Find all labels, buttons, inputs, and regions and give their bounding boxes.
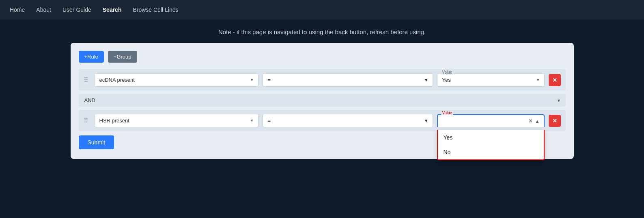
nav-home[interactable]: Home [10,7,25,13]
drag-handle-2[interactable]: ⠿ [84,117,88,124]
main-nav: Home About User Guide Search Browse Cell… [0,0,644,20]
nav-about[interactable]: About [36,7,51,13]
field-select-2[interactable]: HSR present ▾ [94,114,258,127]
dropdown-option-yes[interactable]: Yes [438,130,544,145]
collapse-dropdown-icon-2[interactable]: ▲ [535,119,540,124]
query-toolbar: +Rule +Group [79,51,566,63]
note-bar: Note - if this page is navigated to usin… [0,20,644,43]
operator-chevron-1: ▾ [425,77,428,83]
field-value-2: HSR present [99,118,129,124]
value-chevron-1: ▾ [537,77,539,83]
value-input-inner-2: ✕ ▲ [442,118,540,124]
operator-chevron-2: ▾ [425,118,428,124]
clear-value-icon-2[interactable]: ✕ [528,118,533,124]
value-dropdown-open-2: Value ✕ ▲ Yes No [437,114,545,127]
delete-rule-2[interactable]: ✕ [549,115,561,127]
add-group-button[interactable]: +Group [108,51,137,63]
dropdown-option-no[interactable]: No [438,145,544,159]
drag-handle-1[interactable]: ⠿ [84,76,88,84]
value-select-1[interactable]: Yes ▾ [437,73,545,87]
operator-value-1: = [268,77,271,83]
rule-row-1: ⠿ ecDNA present ▾ = ▾ Value Yes ▾ ✕ [79,69,566,91]
query-builder: +Rule +Group ⠿ ecDNA present ▾ = ▾ Value… [71,43,574,159]
note-text: Note - if this page is navigated to usin… [218,28,426,35]
field-chevron-1: ▾ [251,77,253,83]
field-value-1: ecDNA present [99,77,135,83]
nav-search[interactable]: Search [103,7,122,13]
submit-button[interactable]: Submit [79,135,114,149]
value-label-1: Value [441,70,454,74]
value-input-open-2[interactable]: ✕ ▲ [437,114,545,127]
field-select-1[interactable]: ecDNA present ▾ [94,73,258,87]
operator-select-2[interactable]: = ▾ [263,114,433,127]
value-open-icons-2: ✕ ▲ [528,118,540,124]
nav-user-guide[interactable]: User Guide [62,7,91,13]
delete-rule-1[interactable]: ✕ [549,74,561,86]
operator-value-2: = [268,118,271,124]
connector-chevron[interactable]: ▾ [558,98,560,103]
operator-select-1[interactable]: = ▾ [263,73,433,87]
connector-row: AND ▾ [79,94,566,107]
value-text-1: Yes [442,77,451,83]
add-rule-button[interactable]: +Rule [79,51,104,63]
value-label-open-2: Value [441,111,454,115]
rule-row-2: ⠿ HSR present ▾ = ▾ Value ✕ ▲ [79,110,566,131]
value-wrapper-1: Value Yes ▾ [437,73,545,87]
field-chevron-2: ▾ [251,118,253,123]
connector-label: AND [84,97,95,103]
value-dropdown-list-2: Yes No [437,130,545,160]
nav-browse-cell-lines[interactable]: Browse Cell Lines [133,7,178,13]
